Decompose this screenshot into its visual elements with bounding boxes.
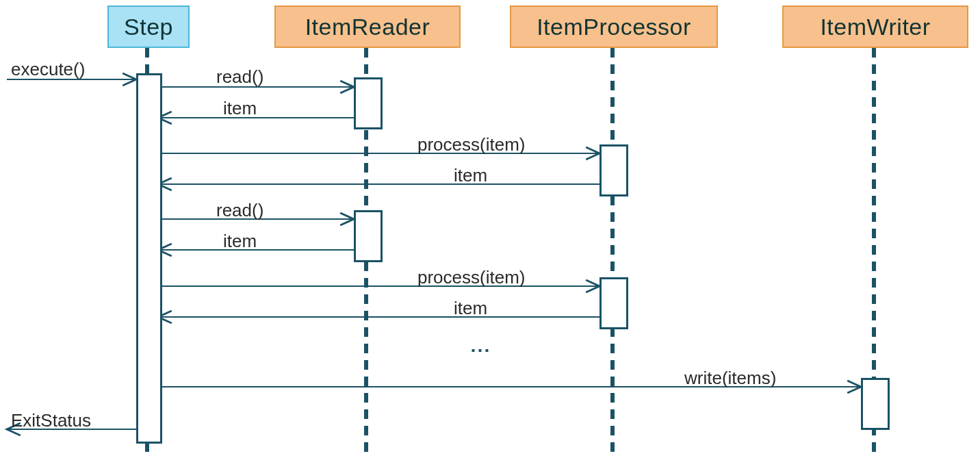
activation-box xyxy=(354,77,383,129)
message-label: item xyxy=(223,231,257,252)
activation-box xyxy=(599,277,628,329)
message-label: ExitStatus xyxy=(11,410,91,431)
message-label: item xyxy=(454,165,487,186)
participant-item-writer: ItemWriter xyxy=(782,5,968,48)
message-label: process(item) xyxy=(417,267,525,288)
participant-item-writer-label: ItemWriter xyxy=(820,14,930,40)
participant-step-label: Step xyxy=(124,14,173,40)
ellipsis-icon: ⋮ xyxy=(469,341,492,357)
message-label: item xyxy=(454,298,487,319)
message-label: item xyxy=(223,98,257,119)
participant-item-reader: ItemReader xyxy=(274,5,461,48)
message-label: read() xyxy=(216,66,263,88)
activation-box xyxy=(354,210,383,262)
activation-box xyxy=(861,378,890,430)
participant-item-processor: ItemProcessor xyxy=(510,5,718,48)
activation-step xyxy=(136,73,162,444)
message-label: write(items) xyxy=(684,368,776,389)
message-label: process(item) xyxy=(417,134,525,155)
participant-step: Step xyxy=(107,5,190,48)
activation-box xyxy=(599,144,628,196)
participant-item-processor-label: ItemProcessor xyxy=(537,14,691,40)
message-label: execute() xyxy=(11,59,85,80)
participant-item-reader-label: ItemReader xyxy=(305,14,430,40)
message-label: read() xyxy=(216,200,263,221)
